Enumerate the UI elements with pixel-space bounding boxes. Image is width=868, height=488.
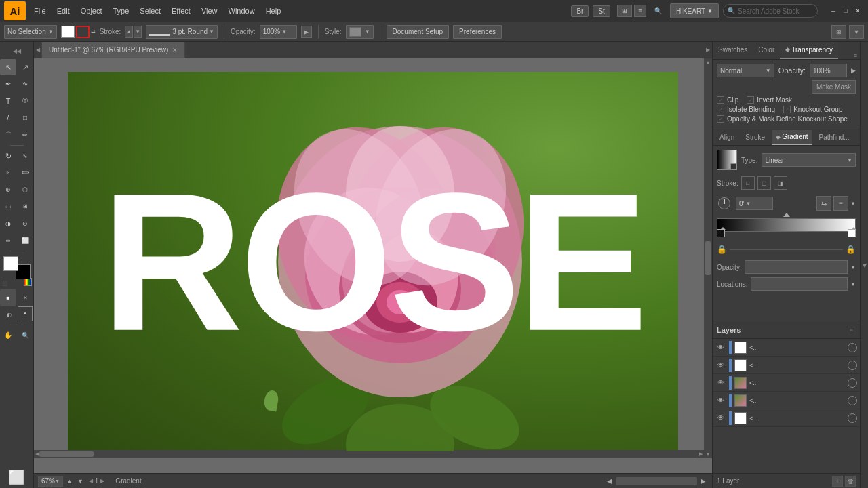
arrange-btn[interactable]: ⊞ <box>831 25 846 39</box>
gradient-swatch-dropdown[interactable] <box>730 163 737 170</box>
blend-tool[interactable]: ∞ <box>0 232 16 249</box>
nav-right[interactable]: ▶ <box>698 477 708 485</box>
selection-dropdown[interactable]: No Selection ▼ <box>4 25 57 39</box>
layer-visibility-4[interactable]: 👁 <box>715 395 726 406</box>
opacity-expand-t[interactable]: ▶ <box>851 67 856 74</box>
swap-colors-icon[interactable]: ⇄ <box>91 28 96 35</box>
gradient-dropdown-arrow[interactable]: ▼ <box>850 196 856 211</box>
hand-tool[interactable]: ✋ <box>0 327 16 344</box>
lock-left-icon[interactable]: 🔒 <box>717 245 727 254</box>
menu-edit[interactable]: Edit <box>52 4 75 18</box>
tab-close[interactable]: ✕ <box>172 47 178 54</box>
next-page[interactable]: ▶ <box>100 478 104 484</box>
layer-visibility-2[interactable]: 👁 <box>715 360 726 371</box>
layer-target-2[interactable] <box>848 361 857 370</box>
layer-target-5[interactable] <box>848 413 857 423</box>
nav-left[interactable]: ◀ <box>605 477 614 485</box>
menu-help[interactable]: Help <box>260 4 287 18</box>
zoom-tool[interactable]: 🔍 <box>17 327 33 344</box>
clip-checkbox[interactable]: ✓ <box>717 96 724 104</box>
opacity-input[interactable]: 100% ▼ <box>260 25 297 39</box>
layer-row-1[interactable]: 👁 <... <box>713 339 860 357</box>
stock-button[interactable]: St <box>593 5 610 17</box>
layers-collapse-icon[interactable]: ≡ <box>850 327 853 333</box>
menu-select[interactable]: Select <box>134 4 166 18</box>
stroke-dropdown[interactable]: 3 pt. Round ▼ <box>146 25 218 39</box>
workspace-icon[interactable]: ⊞ <box>617 5 632 17</box>
foreground-swatch[interactable] <box>3 256 18 271</box>
menu-effect[interactable]: Effect <box>166 4 196 18</box>
stroke-outside-icon[interactable]: ◨ <box>774 176 787 190</box>
scrollbar-thumb-v[interactable] <box>705 241 711 275</box>
artboard[interactable]: ROSE <box>68 72 678 451</box>
stroke-inside-icon[interactable]: ◫ <box>757 176 771 190</box>
delete-layer-icon[interactable]: 🗑 <box>845 476 856 487</box>
paintbrush-tool[interactable]: ⌒ <box>0 127 16 143</box>
layer-row-3[interactable]: 👁 <... <box>713 374 860 392</box>
layer-row-4[interactable]: 👁 <... <box>713 392 860 409</box>
opacity-value-t[interactable]: 100% <box>810 64 847 77</box>
rotate-tool[interactable]: ↻ <box>0 148 16 164</box>
sub-tab-pathfinder[interactable]: Pathfind... <box>815 130 854 145</box>
angle-dial[interactable] <box>718 197 730 209</box>
color-pattern-btn[interactable]: ✕ <box>18 306 33 321</box>
opacity-mask-checkbox[interactable]: ✓ <box>717 115 724 123</box>
layer-target-1[interactable] <box>848 343 857 352</box>
panel-expand-left[interactable]: ◀ <box>34 42 42 58</box>
isolate-blending-checkbox[interactable]: ✓ <box>717 106 724 113</box>
none-btn[interactable]: ✕ <box>17 289 33 306</box>
invert-mask-checkbox[interactable]: ✓ <box>747 96 754 104</box>
pen-tool[interactable]: ✒ <box>0 76 16 92</box>
sub-tab-align[interactable]: Align <box>715 130 738 145</box>
fill-color-btn[interactable]: ■ <box>0 289 16 306</box>
minimize-button[interactable]: ─ <box>827 5 840 17</box>
direct-selection-tool[interactable]: ↗ <box>17 59 33 75</box>
knockout-group-checkbox[interactable]: ✓ <box>783 106 791 113</box>
location-field[interactable] <box>751 277 848 291</box>
right-panel-collapse[interactable]: ▶ <box>860 42 868 488</box>
stroke-color-swatch[interactable] <box>76 26 90 38</box>
layer-visibility-1[interactable]: 👁 <box>715 342 726 353</box>
live-paint-tool[interactable]: ⬡ <box>17 182 33 198</box>
make-mask-button[interactable]: Make Mask <box>812 80 856 94</box>
gradient-extra-icon[interactable]: ≡ <box>833 196 848 211</box>
rect-tool[interactable]: □ <box>17 110 33 126</box>
opacity-field-arrow[interactable]: ▼ <box>850 264 856 270</box>
vertical-scrollbar[interactable]: ▲ ▼ <box>704 58 712 458</box>
maximize-button[interactable]: □ <box>840 5 852 17</box>
reverse-gradient-icon[interactable]: ⇆ <box>816 196 831 211</box>
fill-swatch[interactable] <box>61 26 75 38</box>
layer-target-4[interactable] <box>848 396 857 405</box>
sub-tab-gradient[interactable]: ◆ Gradient <box>772 130 812 145</box>
gradient-stop-right[interactable] <box>848 229 856 237</box>
search-icon[interactable]: 🔍 <box>654 7 662 14</box>
location-field-arrow[interactable]: ▼ <box>850 281 856 287</box>
gradient-top-pointer[interactable] <box>783 213 790 217</box>
document-setup-button[interactable]: Document Setup <box>387 25 450 39</box>
hikeart-button[interactable]: HIKEART ▼ <box>670 3 719 18</box>
stock-search-bar[interactable]: 🔍 Search Adobe Stock <box>723 4 818 18</box>
toolbar-collapse[interactable]: ◀◀ <box>1 45 33 57</box>
lock-right-icon[interactable]: 🔒 <box>846 245 856 254</box>
tab-transparency[interactable]: ◆ Transparency <box>780 42 838 59</box>
stroke-fill-icon[interactable]: □ <box>741 176 755 190</box>
menu-window[interactable]: Window <box>223 4 260 18</box>
menu-file[interactable]: File <box>28 4 52 18</box>
zoom-value[interactable]: 67% ▼ <box>38 476 63 487</box>
sub-tab-stroke[interactable]: Stroke <box>741 130 769 145</box>
gradient-stop-left[interactable] <box>717 229 725 237</box>
tab-swatches[interactable]: Swatches <box>713 42 753 59</box>
opacity-field[interactable] <box>745 260 848 274</box>
bridge-button[interactable]: Br <box>571 5 589 17</box>
eyedropper-tool[interactable]: ⊙ <box>17 216 33 232</box>
shape-builder-tool[interactable]: ⊕ <box>0 182 16 198</box>
document-tab[interactable]: Untitled-1* @ 67% (RGB/GPU Preview) ✕ <box>42 42 185 58</box>
artboard-tool[interactable]: ⬜ <box>17 232 33 249</box>
new-layer-icon[interactable]: + <box>832 476 843 487</box>
opacity-expand[interactable]: ▶ <box>301 26 312 38</box>
style-dropdown[interactable]: ▼ <box>346 25 374 39</box>
layer-row-5[interactable]: 👁 <... <box>713 409 860 427</box>
perspective-tool[interactable]: ⬚ <box>0 199 16 215</box>
artboard-icon[interactable]: ⬜ <box>2 469 32 485</box>
scrollbar-thumb-h[interactable] <box>39 451 94 457</box>
